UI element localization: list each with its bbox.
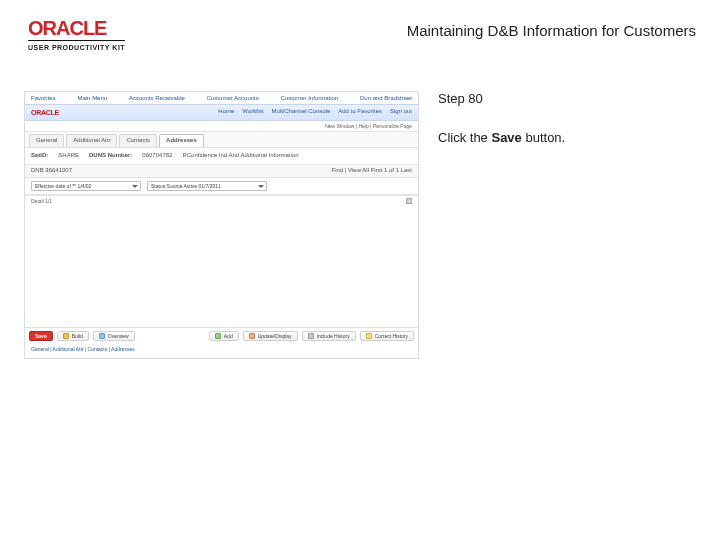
tab-additional[interactable]: Additional Attr — [66, 134, 117, 147]
menu-worklist[interactable]: Worklist — [242, 108, 263, 116]
overview-button[interactable]: Overview — [93, 331, 135, 342]
content-row: Favorites Main Menu Accounts Receivable … — [0, 91, 720, 359]
grid-pager[interactable]: Find | View All First 1 of 1 Last — [332, 167, 412, 175]
section-title: RConfidence Ind And Additional Informati… — [182, 152, 298, 160]
crumb[interactable]: Main Menu — [77, 95, 107, 103]
setid-value: SHARE — [58, 152, 79, 160]
menu-signout[interactable]: Sign out — [390, 108, 412, 116]
screenshot-column: Favorites Main Menu Accounts Receivable … — [24, 91, 424, 359]
crumb[interactable]: Accounts Receivable — [129, 95, 185, 103]
correct-icon — [366, 333, 372, 339]
upk-label: USER PRODUCTIVITY KIT — [28, 40, 125, 51]
duns-label: DUNS Number: — [89, 152, 132, 160]
page-header: ORACLE USER PRODUCTIVITY KIT Maintaining… — [0, 0, 720, 55]
footer-link-text[interactable]: General | Additional Attr | Contacts | A… — [31, 346, 135, 352]
crumb[interactable]: Favorites — [31, 95, 56, 103]
detail-label: Detail 1/1 — [31, 198, 52, 205]
detail-area: Detail 1/1 — [25, 195, 418, 327]
correct-button[interactable]: Correct History — [360, 331, 414, 342]
breadcrumb: Favorites Main Menu Accounts Receivable … — [25, 92, 418, 104]
setid-label: SetID: — [31, 152, 48, 160]
status-select[interactable]: Status:Source Active 01/7/2011 — [147, 181, 267, 191]
app-window: Favorites Main Menu Accounts Receivable … — [24, 91, 419, 359]
tab-general[interactable]: General — [29, 134, 64, 147]
tab-addresses[interactable]: Addresses — [159, 134, 204, 147]
filter-row: Effective date of ** 1/4/02 Status:Sourc… — [25, 178, 418, 195]
crumb[interactable]: Customer Information — [281, 95, 339, 103]
effective-date-select[interactable]: Effective date of ** 1/4/02 — [31, 181, 141, 191]
crumb[interactable]: Dun and Bradstreet — [360, 95, 412, 103]
instruction-column: Step 80 Click the Save button. — [424, 91, 700, 145]
expand-icon[interactable] — [406, 198, 412, 204]
overview-icon — [99, 333, 105, 339]
crumb[interactable]: Customer Accounts — [207, 95, 259, 103]
tab-strip: General Additional Attr Contacts Address… — [25, 132, 418, 148]
action-bar: Save Build Overview Add Update/Display I… — [25, 327, 418, 344]
build-icon — [63, 333, 69, 339]
include-icon — [308, 333, 314, 339]
logo-block: ORACLE USER PRODUCTIVITY KIT — [28, 18, 125, 51]
update-button[interactable]: Update/Display — [243, 331, 298, 342]
menu-mcc[interactable]: MultiChannel Console — [272, 108, 331, 116]
save-button[interactable]: Save — [29, 331, 53, 342]
grid-header: DNB 36641007 Find | View All First 1 of … — [25, 164, 418, 178]
instr-pre: Click the — [438, 130, 491, 145]
menu-fav[interactable]: Add to Favorites — [338, 108, 382, 116]
menu-home[interactable]: Home — [218, 108, 234, 116]
instr-bold: Save — [491, 130, 521, 145]
tab-contacts[interactable]: Contacts — [119, 134, 157, 147]
step-label: Step 80 — [438, 91, 700, 106]
add-button[interactable]: Add — [209, 331, 239, 342]
build-button[interactable]: Build — [57, 331, 89, 342]
instr-post: button. — [522, 130, 565, 145]
window-tools[interactable]: New Window | Help | Personalize Page — [25, 121, 418, 133]
footer-links[interactable]: General | Additional Attr | Contacts | A… — [25, 343, 418, 358]
add-icon — [215, 333, 221, 339]
oracle-logo: ORACLE — [28, 18, 125, 38]
duns-value: 060704782 — [142, 152, 172, 160]
oracle-brand-icon: ORACLE — [31, 108, 59, 117]
record-header: SetID: SHARE DUNS Number: 060704782 RCon… — [25, 148, 418, 164]
doc-title: Maintaining D&B Information for Customer… — [407, 22, 696, 39]
step-instruction: Click the Save button. — [438, 130, 700, 145]
update-icon — [249, 333, 255, 339]
brand-bar: ORACLE Home Worklist MultiChannel Consol… — [25, 104, 418, 121]
top-menu: Home Worklist MultiChannel Console Add t… — [218, 108, 412, 116]
include-button[interactable]: Include History — [302, 331, 356, 342]
grid-title: DNB 36641007 — [31, 167, 72, 175]
